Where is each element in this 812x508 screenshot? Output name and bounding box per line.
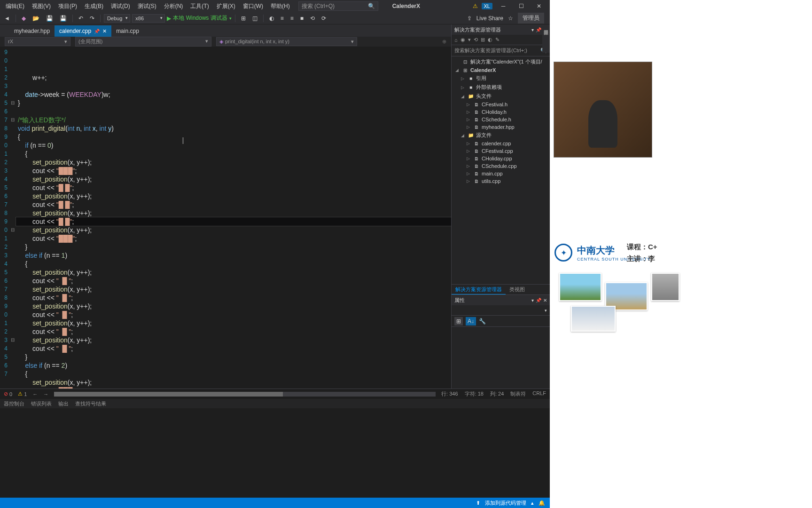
config-combo[interactable]: Debug [104, 14, 130, 23]
open-icon[interactable]: 📂 [30, 14, 42, 23]
tree-item[interactable]: ▷🗎CFestival.cpp [452, 147, 550, 155]
code-line[interactable]: cout << "█ █"; [16, 200, 451, 209]
categorize-icon[interactable]: ⊞ [454, 317, 463, 325]
tree-item[interactable]: ▷🗎CSchedule.cpp [452, 162, 550, 170]
props-pin-icon[interactable]: 📌 [536, 298, 541, 303]
fold-icon[interactable]: ⊟ [9, 336, 16, 344]
code-line[interactable]: set_position(x, y++); [16, 209, 451, 217]
menu-item[interactable]: 生成(B) [81, 1, 107, 11]
start-debug-button[interactable]: ▶ 本地 Windows 调试器 ▾ [167, 14, 231, 22]
tb-icon-3[interactable]: ◐ [267, 14, 276, 23]
tb-icon-2[interactable]: ◫ [250, 14, 260, 23]
menu-item[interactable]: 窗口(W) [239, 1, 267, 11]
tb-icon-1[interactable]: ⊞ [239, 14, 248, 23]
props-dropdown-icon[interactable]: ▾ [531, 298, 534, 303]
menu-item[interactable]: 测试(S) [134, 1, 160, 11]
code-line[interactable]: { [16, 133, 451, 141]
code-line[interactable]: /*输入LED数字*/ [16, 116, 451, 124]
tb-icon-8[interactable]: ⟳ [319, 14, 328, 23]
tb-i2[interactable]: ▾ [468, 37, 471, 43]
tree-item[interactable]: ▷🗎utils.cpp [452, 177, 550, 185]
tab-solution-explorer[interactable]: 解决方案资源管理器 [452, 285, 506, 294]
bc-scope2[interactable]: (全局范围)▾ [75, 37, 211, 47]
error-icon[interactable]: ⊘ [4, 391, 8, 397]
output-tab[interactable]: 错误列表 [31, 400, 52, 407]
code-line[interactable]: else if (n == 2) [16, 361, 451, 370]
code-line[interactable]: set_position(x, y++); [16, 319, 451, 327]
alpha-icon[interactable]: A↓ [466, 317, 476, 325]
menu-item[interactable]: 调试(D) [107, 1, 134, 11]
warning-icon[interactable]: ⚠ [18, 391, 23, 397]
output-tab[interactable]: 输出 [58, 400, 69, 407]
nav-right-icon[interactable]: → [43, 391, 48, 397]
tb-i6[interactable]: ✎ [495, 37, 500, 43]
panel-dropdown-icon[interactable]: ▾ [531, 27, 534, 32]
code-line[interactable]: cout << " █ "; [16, 294, 451, 302]
maximize-button[interactable]: ☐ [514, 1, 528, 11]
tb-i1[interactable]: ◉ [461, 37, 465, 43]
home-icon[interactable]: ⌂ [454, 37, 458, 43]
live-share-button[interactable]: Live Share [476, 15, 503, 22]
tree-item[interactable]: ▷🗎CHoliday.h [452, 108, 550, 116]
source-control-icon[interactable]: ⬆ [476, 500, 480, 506]
tree-item[interactable]: ▷■引用 [452, 74, 550, 83]
code-line[interactable]: cout << "███"; [16, 387, 451, 389]
code-line[interactable] [16, 107, 451, 116]
fold-icon[interactable]: ⊟ [9, 99, 16, 107]
warning-icon[interactable]: ⚠ [473, 3, 478, 9]
bc-func[interactable]: ◈ print_digital(int n, int x, int y)▾ [216, 37, 357, 46]
code-line[interactable]: set_position(x, y++); [16, 268, 451, 277]
tb-i4[interactable]: ⊞ [481, 37, 485, 43]
undo-icon[interactable]: ↶ [76, 14, 86, 23]
menu-item[interactable]: 工具(T) [187, 1, 212, 11]
search-box[interactable]: 搜索 (Ctrl+Q) 🔍 [298, 1, 378, 11]
output-tab[interactable]: 器控制台 [4, 400, 24, 407]
code-editor[interactable]: 901234567890123456789012345678901234567 … [0, 47, 451, 389]
panel-pin-icon[interactable]: 📌 [536, 27, 541, 32]
code-line[interactable]: set_position(x, y++); [16, 336, 451, 344]
code-line[interactable]: { [16, 370, 451, 378]
code-line[interactable]: cout << "███"; [16, 167, 451, 175]
code-line[interactable]: set_position(x, y++); [16, 192, 451, 200]
split-icon[interactable]: ⊕ [442, 39, 446, 45]
tree-item[interactable]: ▷🗎calender.cpp [452, 140, 550, 147]
tree-item[interactable]: ◢📁头文件 [452, 92, 550, 101]
code-line[interactable]: cout << "███"; [16, 234, 451, 243]
server-explorer-tab[interactable]: 服务器资源管理器 [542, 24, 550, 53]
feedback-icon[interactable]: ☆ [508, 15, 513, 22]
tree-item[interactable]: ◢📁源文件 [452, 131, 550, 140]
editor-tab[interactable]: main.cpp [111, 25, 144, 37]
tb-icon-5[interactable]: ≡ [288, 14, 296, 23]
output-tab[interactable]: 查找符号结果 [75, 400, 106, 407]
tree-item[interactable]: ▷🗎CHoliday.cpp [452, 155, 550, 162]
tb-icon-7[interactable]: ⟲ [308, 14, 317, 23]
close-icon[interactable]: ✕ [102, 28, 107, 34]
code-line[interactable]: set_position(x, y++); [16, 302, 451, 310]
tb-icon-6[interactable]: ■ [298, 14, 306, 23]
save-all-icon[interactable]: 💾 [57, 14, 69, 23]
code-line[interactable]: date->week = (WEEKDAY)w; [16, 90, 451, 99]
code-line[interactable]: set_position(x, y++); [16, 158, 451, 167]
source-control-button[interactable]: 添加到源代码管理 [485, 500, 526, 507]
tree-item[interactable]: ◢⊞CalenderX [452, 66, 550, 74]
code-line[interactable]: { [16, 150, 451, 158]
save-icon[interactable]: 💾 [44, 14, 55, 23]
code-line[interactable]: else if (n == 1) [16, 251, 451, 260]
code-line[interactable]: cout << "█ █"; [16, 217, 451, 226]
menu-item[interactable]: 帮助(H) [267, 1, 294, 11]
menu-item[interactable]: 视图(V) [28, 1, 55, 11]
close-button[interactable]: ✕ [532, 1, 546, 11]
bc-scope1[interactable]: rX▾ [5, 37, 70, 46]
platform-combo[interactable]: x86 [132, 14, 165, 23]
code-line[interactable]: } [16, 243, 451, 251]
tree-item[interactable]: ▷🗎myheader.hpp [452, 123, 550, 131]
menu-item[interactable]: 分析(N) [160, 1, 187, 11]
editor-tab[interactable]: myheader.hpp [9, 25, 55, 37]
code-line[interactable]: set_position(x, y++); [16, 175, 451, 183]
user-badge[interactable]: XL [482, 3, 492, 9]
menu-item[interactable]: 扩展(X) [213, 1, 239, 11]
fold-icon[interactable]: ⊟ [9, 226, 16, 234]
code-line[interactable]: cout << " █ "; [16, 277, 451, 285]
notification-icon[interactable]: 🔔 [539, 500, 545, 506]
pin-icon[interactable]: 📌 [94, 29, 100, 34]
